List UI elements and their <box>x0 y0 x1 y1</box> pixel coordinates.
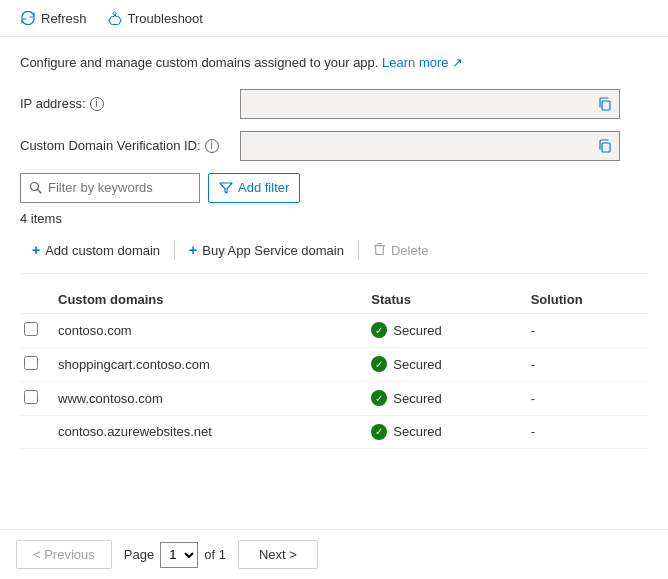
page-select[interactable]: 1 <box>160 542 198 568</box>
domain-cell: shoppingcart.contoso.com <box>50 347 363 381</box>
description-static: Configure and manage custom domains assi… <box>20 55 378 70</box>
domain-cell: www.contoso.com <box>50 381 363 415</box>
row-checkbox-cell <box>20 415 50 448</box>
troubleshoot-label: Troubleshoot <box>128 11 203 26</box>
row-checkbox[interactable] <box>24 390 38 404</box>
ip-address-row: IP address: i <box>20 89 648 119</box>
ip-address-info-icon[interactable]: i <box>90 97 104 111</box>
filter-row: Add filter <box>20 173 648 203</box>
table-row: www.contoso.com✓Secured- <box>20 381 648 415</box>
secured-icon: ✓ <box>371 390 387 406</box>
filter-icon <box>219 181 233 195</box>
items-count: 4 items <box>20 211 648 226</box>
svg-rect-1 <box>602 143 610 152</box>
row-checkbox[interactable] <box>24 356 38 370</box>
copy-icon <box>598 97 612 111</box>
next-button[interactable]: Next > <box>238 540 318 569</box>
verification-id-row: Custom Domain Verification ID: i <box>20 131 648 161</box>
domain-cell: contoso.com <box>50 313 363 347</box>
copy-icon-2 <box>598 139 612 153</box>
toolbar: Refresh Troubleshoot <box>0 0 668 37</box>
add-filter-label: Add filter <box>238 180 289 195</box>
status-cell: ✓Secured <box>363 381 522 415</box>
action-divider-1 <box>174 240 175 260</box>
learn-more-label: Learn more <box>382 55 448 70</box>
table-row: contoso.azurewebsites.net✓Secured- <box>20 415 648 448</box>
row-checkbox-cell <box>20 313 50 347</box>
delete-icon <box>373 242 386 259</box>
verification-id-input-wrap <box>240 131 620 161</box>
troubleshoot-button[interactable]: Troubleshoot <box>99 6 211 30</box>
filter-input[interactable] <box>48 180 191 195</box>
verification-id-input[interactable] <box>240 131 620 161</box>
ip-address-copy-button[interactable] <box>590 89 620 119</box>
row-checkbox[interactable] <box>24 322 38 336</box>
buy-domain-icon: + <box>189 242 197 258</box>
solution-cell: - <box>523 415 648 448</box>
row-checkbox-cell <box>20 347 50 381</box>
action-divider-2 <box>358 240 359 260</box>
status-cell: ✓Secured <box>363 415 522 448</box>
status-cell: ✓Secured <box>363 313 522 347</box>
status-text: Secured <box>393 323 441 338</box>
verification-id-label: Custom Domain Verification ID: i <box>20 138 240 153</box>
filter-input-wrap <box>20 173 200 203</box>
troubleshoot-icon <box>107 10 123 26</box>
external-link-icon: ↗ <box>452 55 463 70</box>
solution-cell: - <box>523 347 648 381</box>
header-status: Status <box>363 286 522 314</box>
verification-id-info-icon[interactable]: i <box>205 139 219 153</box>
buy-app-service-domain-label: Buy App Service domain <box>202 243 344 258</box>
domains-table: Custom domains Status Solution contoso.c… <box>20 286 648 449</box>
domain-cell: contoso.azurewebsites.net <box>50 415 363 448</box>
delete-label: Delete <box>391 243 429 258</box>
status-cell: ✓Secured <box>363 347 522 381</box>
add-custom-domain-icon: + <box>32 242 40 258</box>
refresh-button[interactable]: Refresh <box>12 6 95 30</box>
row-checkbox-cell <box>20 381 50 415</box>
svg-rect-4 <box>377 243 382 244</box>
svg-rect-0 <box>602 101 610 110</box>
solution-cell: - <box>523 313 648 347</box>
page-text: Page <box>124 547 154 562</box>
page-label: Page 1 of 1 <box>124 542 226 568</box>
refresh-label: Refresh <box>41 11 87 26</box>
add-custom-domain-label: Add custom domain <box>45 243 160 258</box>
of-label: of 1 <box>204 547 226 562</box>
secured-icon: ✓ <box>371 424 387 440</box>
solution-cell: - <box>523 381 648 415</box>
status-text: Secured <box>393 424 441 439</box>
add-custom-domain-button[interactable]: + Add custom domain <box>20 238 172 262</box>
table-body: contoso.com✓Secured-shoppingcart.contoso… <box>20 313 648 448</box>
learn-more-link[interactable]: Learn more ↗ <box>382 55 463 70</box>
table-header-row: Custom domains Status Solution <box>20 286 648 314</box>
secured-icon: ✓ <box>371 356 387 372</box>
status-text: Secured <box>393 357 441 372</box>
action-bar: + Add custom domain + Buy App Service do… <box>20 238 648 274</box>
ip-address-input[interactable] <box>240 89 620 119</box>
ip-address-input-wrap <box>240 89 620 119</box>
ip-address-label: IP address: i <box>20 96 240 111</box>
search-icon <box>29 181 42 194</box>
secured-icon: ✓ <box>371 322 387 338</box>
refresh-icon <box>20 10 36 26</box>
header-custom-domains: Custom domains <box>50 286 363 314</box>
add-filter-button[interactable]: Add filter <box>208 173 300 203</box>
header-solution: Solution <box>523 286 648 314</box>
status-text: Secured <box>393 391 441 406</box>
delete-button[interactable]: Delete <box>361 238 441 263</box>
verification-id-copy-button[interactable] <box>590 131 620 161</box>
description-text: Configure and manage custom domains assi… <box>20 53 648 73</box>
table-row: shoppingcart.contoso.com✓Secured- <box>20 347 648 381</box>
pagination-footer: < Previous Page 1 of 1 Next > <box>0 529 668 579</box>
main-content: Configure and manage custom domains assi… <box>0 37 668 465</box>
header-checkbox-cell <box>20 286 50 314</box>
table-row: contoso.com✓Secured- <box>20 313 648 347</box>
previous-button[interactable]: < Previous <box>16 540 112 569</box>
buy-app-service-domain-button[interactable]: + Buy App Service domain <box>177 238 356 262</box>
table-header: Custom domains Status Solution <box>20 286 648 314</box>
